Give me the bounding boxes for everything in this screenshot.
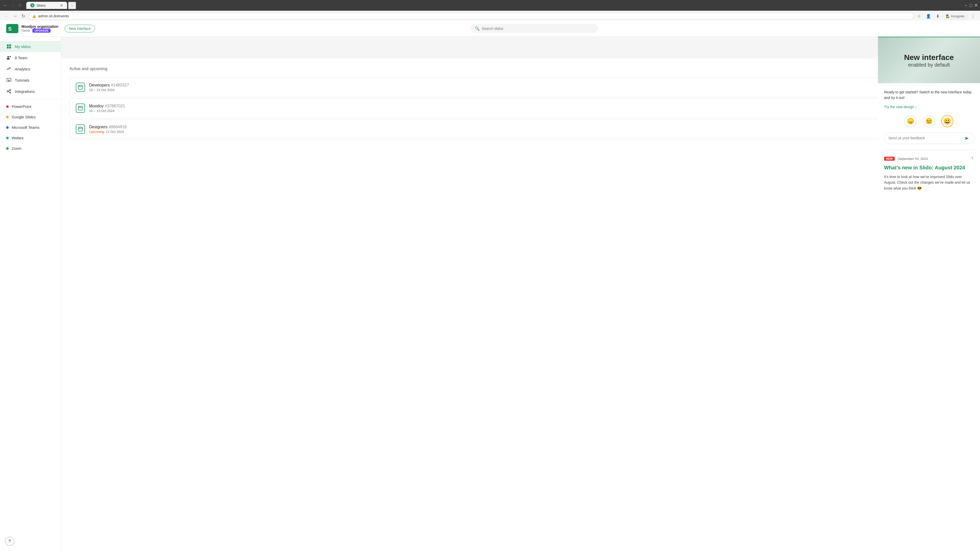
event-id-designers: #8664816 bbox=[108, 125, 127, 129]
event-id-developers: #1480327 bbox=[111, 83, 129, 87]
news-section: NEW September 03, 2024 ⇡ What's new in S… bbox=[878, 150, 980, 197]
address-bar[interactable]: 🔒 admin.sli.do/events bbox=[28, 12, 914, 20]
event-name-moodoy: Moodoy #37867021 bbox=[89, 104, 125, 108]
back-nav-button[interactable]: ← bbox=[3, 13, 10, 20]
feedback-submit-button[interactable]: ► bbox=[964, 135, 969, 141]
sidebar-item-webex[interactable]: Webex bbox=[0, 133, 61, 143]
event-info-designers: Designers #8664816 Upcoming: 11 Oct 2024 bbox=[89, 125, 127, 134]
event-name-developers: Developers #1480327 bbox=[89, 83, 129, 87]
browser-chrome: ← → ↻ S Slidos ✕ + − □ ✕ ← → ↻ 🔒 admin.s… bbox=[0, 0, 980, 22]
sidebar-item-integrations[interactable]: Integrations bbox=[0, 86, 61, 97]
svg-rect-3 bbox=[9, 44, 11, 46]
panel-description: Ready to get started? Switch to the new … bbox=[884, 89, 974, 101]
sidebar-item-team[interactable]: 8 Team bbox=[0, 52, 61, 63]
section-title: Active and upcoming bbox=[69, 67, 972, 71]
app-header: S Moodjoy organization Owner UPGRADE New… bbox=[0, 21, 980, 37]
sidebar-label-team: 8 Team bbox=[15, 56, 27, 60]
org-info: Moodjoy organization Owner UPGRADE bbox=[21, 24, 59, 33]
profile-button[interactable]: 👤 bbox=[924, 13, 932, 20]
reload-nav-button[interactable]: ↻ bbox=[21, 12, 26, 20]
event-name-designers: Designers #8664816 bbox=[89, 125, 127, 129]
sidebar-item-my-slidos[interactable]: My slidos bbox=[0, 41, 61, 52]
tab-close-button[interactable]: ✕ bbox=[60, 3, 63, 7]
close-button[interactable]: ✕ bbox=[974, 3, 978, 8]
news-title[interactable]: What's new in Slido: August 2024 bbox=[884, 164, 974, 171]
svg-rect-2 bbox=[7, 44, 9, 46]
header-search: 🔍 bbox=[471, 24, 598, 33]
sidebar-label-analytics: Analytics bbox=[15, 67, 30, 71]
svg-line-13 bbox=[8, 90, 10, 91]
slido-logo: S bbox=[6, 24, 18, 33]
webex-icon bbox=[6, 137, 9, 139]
sidebar-item-powerpoint[interactable]: PowerPoint bbox=[0, 101, 61, 112]
share-button[interactable]: ⇡ bbox=[970, 156, 974, 161]
feedback-emojis: 😞 😐 😀 bbox=[884, 115, 974, 127]
window-controls: − □ ✕ bbox=[965, 3, 978, 8]
sidebar-label-webex: Webex bbox=[12, 136, 24, 140]
search-icon: 🔍 bbox=[475, 26, 480, 31]
svg-rect-15 bbox=[78, 86, 83, 89]
sidebar-item-google-slides[interactable]: Google Slides bbox=[0, 112, 61, 122]
svg-rect-19 bbox=[78, 106, 83, 110]
right-panel: What's new in Slido 🔍 ✕ New interface en… bbox=[878, 21, 980, 551]
powerpoint-icon bbox=[6, 105, 9, 108]
try-new-design-link[interactable]: Try the new design › bbox=[884, 105, 974, 109]
reload-button[interactable]: ↻ bbox=[18, 2, 23, 9]
forward-button[interactable]: → bbox=[10, 2, 16, 9]
news-meta: NEW September 03, 2024 ⇡ bbox=[884, 156, 974, 161]
team-icon bbox=[6, 55, 12, 60]
news-date: September 03, 2024 bbox=[898, 157, 928, 161]
forward-nav-button[interactable]: → bbox=[12, 13, 18, 20]
sidebar-label-google-slides: Google Slides bbox=[12, 115, 35, 119]
browser-titlebar: ← → ↻ S Slidos ✕ + − □ ✕ bbox=[0, 0, 980, 11]
calendar-icon bbox=[76, 83, 85, 92]
sidebar-item-zoom[interactable]: Zoom bbox=[0, 143, 61, 154]
help-button[interactable]: ? bbox=[5, 537, 14, 546]
search-input[interactable] bbox=[482, 27, 594, 30]
new-interface-button[interactable]: New interface bbox=[65, 25, 95, 32]
emoji-neutral-button[interactable]: 😐 bbox=[923, 115, 935, 127]
new-tab-button[interactable]: + bbox=[68, 2, 76, 9]
download-button[interactable]: ⬇ bbox=[935, 13, 941, 20]
svg-rect-5 bbox=[9, 47, 11, 48]
event-item-developers[interactable]: Developers #1480327 10 – 13 Oct 2024 bbox=[69, 77, 972, 97]
event-info-developers: Developers #1480327 10 – 13 Oct 2024 bbox=[89, 83, 129, 92]
svg-rect-23 bbox=[78, 127, 83, 131]
sidebar-item-analytics[interactable]: Analytics bbox=[0, 63, 61, 75]
url-text: admin.sli.do/events bbox=[38, 14, 69, 18]
calendar-icon-3 bbox=[76, 124, 85, 134]
svg-rect-4 bbox=[7, 47, 9, 48]
minimize-button[interactable]: − bbox=[965, 3, 967, 8]
back-button[interactable]: ← bbox=[2, 2, 9, 9]
browser-toolbar: ← → ↻ 🔒 admin.sli.do/events ☆ 👤 ⬇ 🕵 Inco… bbox=[0, 11, 980, 22]
news-body: It's time to look at how we've improved … bbox=[884, 174, 974, 191]
svg-point-7 bbox=[10, 56, 11, 57]
sidebar-item-microsoft-teams[interactable]: Microsoft Teams bbox=[0, 122, 61, 133]
sidebar-bottom: ? bbox=[5, 537, 14, 546]
microsoft-teams-icon bbox=[6, 126, 9, 129]
maximize-button[interactable]: □ bbox=[969, 3, 972, 8]
bookmark-button[interactable]: ☆ bbox=[916, 13, 922, 20]
new-badge: NEW bbox=[884, 157, 895, 161]
logo-area: S Moodjoy organization Owner UPGRADE bbox=[6, 24, 59, 33]
feedback-input[interactable] bbox=[888, 136, 963, 140]
banner-heading: New interface bbox=[904, 53, 954, 62]
emoji-happy-button[interactable]: 😀 bbox=[941, 115, 953, 127]
emoji-sad-button[interactable]: 😞 bbox=[904, 115, 917, 127]
sidebar-label-integrations: Integrations bbox=[15, 89, 35, 94]
event-item-moodoy[interactable]: Moodoy #37867021 10 – 13 Oct 2024 bbox=[69, 98, 972, 118]
sidebar-item-tutorials[interactable]: Tutorials bbox=[0, 75, 61, 86]
incognito-badge: 🕵 Incognito bbox=[943, 13, 967, 19]
banner-text: New interface enabled by default bbox=[904, 53, 954, 68]
incognito-label: Incognito bbox=[951, 14, 964, 18]
more-button[interactable]: ⋮ bbox=[969, 12, 977, 20]
tab-favicon: S bbox=[30, 3, 35, 7]
org-role: Owner UPGRADE bbox=[21, 29, 59, 33]
browser-tab[interactable]: S Slidos ✕ bbox=[26, 2, 67, 9]
calendar-icon-2 bbox=[76, 103, 85, 113]
svg-point-10 bbox=[7, 91, 8, 92]
event-date-developers: 10 – 13 Oct 2024 bbox=[89, 88, 129, 92]
upgrade-button[interactable]: UPGRADE bbox=[32, 29, 51, 33]
event-item-designers[interactable]: Designers #8664816 Upcoming: 11 Oct 2024 bbox=[69, 119, 972, 139]
event-date-designers: Upcoming: 11 Oct 2024 bbox=[89, 130, 127, 134]
